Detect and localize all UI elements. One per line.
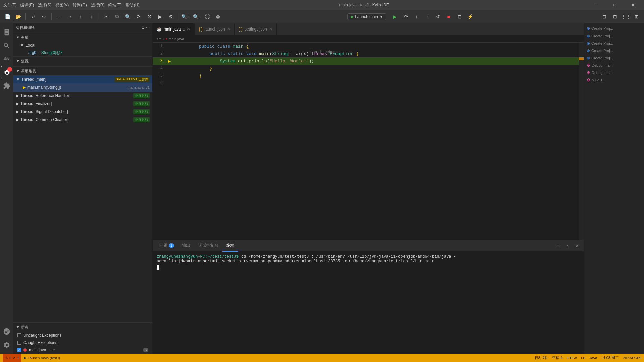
new-terminal-button[interactable]: +: [554, 242, 562, 250]
open-button[interactable]: 📂: [13, 12, 23, 21]
thread-main-frame[interactable]: ▶ main.main(String[]) main.java 31: [13, 83, 152, 92]
menu-goto[interactable]: 转到(G): [73, 2, 87, 8]
status-encoding[interactable]: UTF-8: [567, 356, 577, 360]
menu-help[interactable]: 帮助(H): [126, 2, 140, 8]
close-panel-button[interactable]: ✕: [573, 242, 581, 250]
status-debug-config[interactable]: ▶ Launch main (testJ): [24, 356, 60, 360]
scrollbar-track[interactable]: [579, 43, 584, 240]
cut-button[interactable]: ✂: [102, 12, 111, 21]
thread-main[interactable]: ▼ Thread [main] BREAKPOINT 已暂停: [13, 75, 152, 83]
tab-close-launch[interactable]: ✕: [227, 27, 230, 32]
code-editor[interactable]: Run | Debug 1 public class main { 2 publ…: [153, 43, 584, 240]
status-position[interactable]: 行3, 列1: [535, 355, 548, 360]
up-button[interactable]: ↑: [76, 12, 85, 21]
run-hint[interactable]: Run: [310, 50, 317, 54]
rp-create-proj-1[interactable]: ⊕ Create Proj...: [584, 25, 644, 32]
debug-extra-button[interactable]: ⊟: [455, 12, 464, 21]
extra-button[interactable]: ◎: [213, 12, 223, 21]
activity-source-control[interactable]: [1, 53, 13, 65]
menu-view[interactable]: 视图(V): [55, 2, 69, 8]
debug-hint[interactable]: Debug: [324, 50, 335, 54]
line-content-5[interactable]: }: [173, 68, 581, 83]
activity-search[interactable]: [1, 40, 13, 52]
thread-common-cleaner[interactable]: ▶ Thread [Common-Cleaner] 正在运行: [13, 116, 152, 124]
layout-button-4[interactable]: ⊞: [632, 12, 641, 21]
debug-stop-button[interactable]: ■: [444, 12, 453, 21]
tab-main-java[interactable]: ☕ main.java 1 ✕: [153, 23, 195, 35]
rp-create-proj-2[interactable]: ⊕ Create Proj...: [584, 32, 644, 40]
bottom-tab-debug-console[interactable]: 调试控制台: [194, 240, 222, 252]
bp-uncaught-checkbox[interactable]: [17, 333, 21, 337]
forward-button[interactable]: →: [65, 12, 74, 21]
debug-restart-button[interactable]: ↺: [433, 12, 443, 21]
build-button[interactable]: ⚒: [145, 12, 154, 21]
run-button[interactable]: ▶: [155, 12, 165, 21]
menu-bar[interactable]: 文件(F) 编辑(E) 选择(S) 视图(V) 转到(G) 运行(R) 终端(T…: [3, 2, 139, 8]
close-button[interactable]: ✕: [625, 0, 641, 10]
layout-button-3[interactable]: ⋮⋮: [621, 12, 631, 21]
breadcrumb-file[interactable]: main.java: [168, 37, 184, 41]
back-button[interactable]: ←: [54, 12, 64, 21]
bp-uncaught[interactable]: Uncaught Exceptions: [13, 331, 152, 339]
rp-create-proj-5[interactable]: ⊕ Create Proj...: [584, 54, 644, 62]
debug-step-out-button[interactable]: ↑: [423, 12, 432, 21]
breadcrumb-src[interactable]: src: [157, 37, 162, 41]
redo-button[interactable]: ↪: [39, 12, 49, 21]
debug-continue-button[interactable]: ▶: [390, 12, 400, 21]
status-warnings[interactable]: ⚠ 0 ✕ 1: [3, 354, 21, 362]
search-button[interactable]: 🔍: [123, 12, 132, 21]
rp-create-proj-3[interactable]: ⊕ Create Proj...: [584, 40, 644, 47]
tab-close-main[interactable]: ✕: [187, 27, 190, 32]
layout-button-1[interactable]: ⊟: [600, 12, 609, 21]
settings-button[interactable]: ⚙: [166, 12, 175, 21]
bottom-tab-terminal[interactable]: 终端: [222, 240, 238, 252]
zoom-out-button[interactable]: 🔍-: [192, 12, 201, 21]
bp-caught-checkbox[interactable]: [17, 341, 21, 345]
activity-settings[interactable]: [1, 339, 13, 351]
undo-button[interactable]: ↩: [29, 12, 38, 21]
down-button[interactable]: ↓: [87, 12, 96, 21]
status-line-ending[interactable]: LF: [581, 356, 585, 360]
variable-arg0[interactable]: arg0 : String[0]@7: [13, 49, 152, 56]
minimize-button[interactable]: ─: [589, 0, 604, 10]
thread-signal[interactable]: ▶ Thread [Signal Dispatcher] 正在运行: [13, 108, 152, 116]
run-config-selector[interactable]: ▶ Launch main ▼: [347, 13, 386, 20]
maximize-button[interactable]: □: [607, 0, 623, 10]
bp-caught[interactable]: Caught Exceptions: [13, 339, 152, 346]
activity-explorer[interactable]: [1, 26, 13, 38]
left-panel-header[interactable]: 运行和调试 ⚙ ⋯: [13, 23, 152, 33]
window-controls[interactable]: ─ □ ✕: [589, 0, 641, 10]
maximize-panel-button[interactable]: ∧: [564, 242, 572, 250]
menu-run[interactable]: 运行(R): [91, 2, 105, 8]
tab-launch-json[interactable]: { } launch.json ✕: [195, 23, 234, 35]
bp-main-checkbox[interactable]: ✓: [17, 348, 21, 352]
terminal-content[interactable]: zhangyun@zhangyun-PC:~/test/testJ$ cd /h…: [153, 252, 584, 354]
local-scope-item[interactable]: ▼ Local: [13, 42, 152, 49]
settings-icon[interactable]: ⚙: [141, 26, 145, 30]
rp-build[interactable]: ⚙ build T...: [584, 76, 644, 84]
thread-ref-handler[interactable]: ▶ Thread [Reference Handler] 正在运行: [13, 92, 152, 100]
activity-remote[interactable]: [1, 325, 13, 338]
rp-create-proj-4[interactable]: ⊕ Create Proj...: [584, 47, 644, 54]
new-file-button[interactable]: 📄: [3, 12, 12, 21]
rp-debug-main-2[interactable]: ⚙ Debug: main: [584, 69, 644, 76]
fullscreen-button[interactable]: ⛶: [203, 12, 212, 21]
callstack-header[interactable]: ▼ 调用堆栈: [13, 67, 152, 75]
breakpoints-header[interactable]: ▼ 断点: [13, 323, 152, 331]
thread-finalizer[interactable]: ▶ Thread [Finalizer] 正在运行: [13, 100, 152, 108]
bottom-tab-problems[interactable]: 问题 1: [155, 240, 178, 252]
rp-debug-main-1[interactable]: ⚙ Debug: main: [584, 62, 644, 69]
refactor-button[interactable]: ⟳: [134, 12, 143, 21]
watch-header[interactable]: ▼ 监视: [13, 57, 152, 65]
bp-main-java[interactable]: ✓ main.java src 3: [13, 346, 152, 354]
menu-terminal[interactable]: 终端(T): [108, 2, 121, 8]
activity-debug[interactable]: [1, 66, 13, 78]
variables-header[interactable]: ▼ 变量: [13, 33, 152, 42]
status-language[interactable]: Java: [589, 356, 597, 360]
copy-button[interactable]: ⧉: [112, 12, 122, 21]
zoom-in-button[interactable]: 🔍+: [181, 12, 191, 21]
menu-select[interactable]: 选择(S): [38, 2, 51, 8]
status-spaces[interactable]: 空格:4: [552, 355, 562, 360]
tab-settings-json[interactable]: { } settings.json ✕: [235, 23, 277, 35]
activity-extensions[interactable]: [1, 80, 13, 92]
